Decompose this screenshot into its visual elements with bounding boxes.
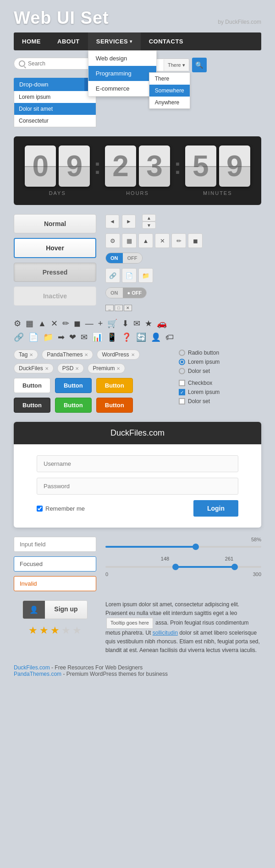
icon-link[interactable]: 🔗 [14,332,24,342]
toggle-1[interactable]: ON OFF [105,253,143,264]
icon-chart[interactable]: 📊 [92,332,102,342]
star-1[interactable]: ★ [28,625,38,636]
cbtn-orange[interactable]: Button [96,398,133,413]
dropdown-webdesign[interactable]: Web design [88,51,156,66]
tag-duckfiles-x[interactable]: ✕ [45,366,49,371]
signup-btn-wrap[interactable]: 👤 Sign up [22,600,87,619]
checkbox-lorem-item[interactable]: ✓ Lorem ipsum [179,389,261,395]
dd-item-lorem[interactable]: Lorem ipsum [14,91,96,103]
icon-cart[interactable]: 🛒 [107,318,117,329]
icon-minus[interactable]: — [85,319,94,329]
icon-arrow[interactable]: ➡ [58,332,65,342]
page-up-btn[interactable]: ▲ [142,214,156,221]
combo-option-anywhere[interactable]: Anywhere [149,97,190,108]
combo-option-somewhere[interactable]: Somewhere [149,85,190,97]
dd-item-consectetur[interactable]: Consectetur [14,115,96,127]
footer-link-pandathemes[interactable]: PandaThemes.com [14,671,61,677]
icon-folder[interactable]: 📁 [43,332,53,342]
tag-pandathemes-x[interactable]: ✕ [84,352,88,357]
star-2[interactable]: ★ [39,625,49,636]
remember-checkbox[interactable] [37,506,43,512]
icon-heart[interactable]: ❤ [69,332,76,342]
cbtn-blue[interactable]: Button [55,378,92,393]
invalid-input[interactable] [14,576,96,591]
action-grid-icon[interactable]: ▦ [122,233,137,248]
page-prev-btn[interactable]: ◄ [105,215,119,228]
maximize-btn[interactable]: □ [115,305,123,311]
cbtn-dark[interactable]: Button [14,398,50,413]
icon-gear[interactable]: ⚙ [14,318,21,329]
tag-pandathemes[interactable]: PandaThemes ✕ [42,350,93,360]
signup-text[interactable]: Sign up [45,601,87,619]
tag-wordpress-x[interactable]: ✕ [131,352,135,357]
action-upload-icon[interactable]: ▲ [138,233,153,248]
cbtn-white[interactable]: Button [14,378,50,393]
tag-psd[interactable]: PSD ✕ [57,363,84,373]
icon-download[interactable]: ⬇ [122,318,129,329]
icon-plus[interactable]: + [98,319,103,329]
link-sollicitudin[interactable]: sollicitudin [153,630,178,636]
action-copy-icon[interactable]: ◼ [188,233,203,248]
radio-dolor-item[interactable]: Dolor set [179,368,261,374]
dropdown-trigger[interactable]: Drop-down ▾ [14,78,96,91]
slider-2-thumb-right[interactable] [231,564,238,570]
dropdown-programming[interactable]: Programming [88,66,156,81]
toggle-2[interactable]: ON ● OFF [105,287,147,298]
btn-pressed[interactable]: Pressed [14,263,96,282]
radio-lorem-item[interactable]: Lorem ipsum [179,359,261,365]
tag-psd-x[interactable]: ✕ [75,366,79,371]
remember-label[interactable]: Remember me [37,505,85,512]
icon-question[interactable]: ❓ [121,332,132,342]
action-link-icon[interactable]: 🔗 [105,268,120,283]
footer-link-duckfiles[interactable]: DuckFiles.com [14,664,50,671]
nav-contacts[interactable]: CONTACTS [141,32,192,50]
action-edit-icon[interactable]: ✏ [171,233,186,248]
action-gear-icon[interactable]: ⚙ [105,233,120,248]
cbtn-yellow[interactable]: Button [96,378,133,393]
tag-tag-x[interactable]: ✕ [29,352,33,357]
tag-premium[interactable]: Premium ✕ [88,363,125,373]
action-close-icon[interactable]: ✕ [155,233,170,248]
icon-grid[interactable]: ▦ [26,318,33,329]
icon-doc[interactable]: 📄 [28,332,38,342]
star-4[interactable]: ★ [61,625,71,636]
icon-pencil[interactable]: ✏ [62,318,69,329]
icon-envelope[interactable]: ✉ [81,332,88,342]
icon-truck[interactable]: 🚗 [157,318,167,329]
btn-hover[interactable]: Hover [14,238,96,258]
login-button[interactable]: Login [193,500,238,517]
slider-2-thumb-left[interactable] [172,564,179,570]
nav-about[interactable]: ABOUT [49,32,88,50]
icon-x[interactable]: ✕ [51,318,58,329]
search-input-1[interactable] [28,60,91,67]
icon-square[interactable]: ◼ [74,318,81,329]
combo-there-select[interactable]: There ▾ [164,59,189,71]
icon-star[interactable]: ★ [145,318,152,329]
action-folder-icon[interactable]: 📁 [138,268,153,283]
nav-services[interactable]: SERVICES ▾ Web design Programming E-comm… [88,32,141,50]
slider-1-thumb[interactable] [192,544,199,550]
search-button[interactable]: 🔍 [192,58,207,72]
icon-mail[interactable]: ✉ [133,318,140,329]
action-doc-icon[interactable]: 📄 [122,268,137,283]
nav-home[interactable]: HOME [14,32,49,50]
icon-upload[interactable]: ▲ [38,319,46,329]
btn-normal[interactable]: Normal [14,214,96,233]
combo-option-there[interactable]: There [149,73,190,85]
icon-tag[interactable]: 🏷 [165,333,174,342]
page-down-btn[interactable]: ▼ [142,221,156,229]
checkbox-dolor-item[interactable]: Dolor set [179,398,261,404]
input-field[interactable] [14,537,96,552]
password-input[interactable] [37,478,238,495]
focused-input[interactable] [14,556,96,571]
tag-duckfiles[interactable]: DuckFiles ✕ [14,363,54,373]
tag-wordpress[interactable]: WordPress ✕ [97,350,139,360]
icon-refresh[interactable]: 🔄 [136,332,146,342]
dropdown-ecommerce[interactable]: E-commerce [88,81,156,96]
cbtn-green[interactable]: Button [55,398,92,413]
tag-premium-x[interactable]: ✕ [116,366,120,371]
page-next-btn[interactable]: ► [122,215,136,228]
username-input[interactable] [37,455,238,472]
dd-item-dolor[interactable]: Dolor sit amet [14,103,96,115]
star-3[interactable]: ★ [50,625,60,636]
